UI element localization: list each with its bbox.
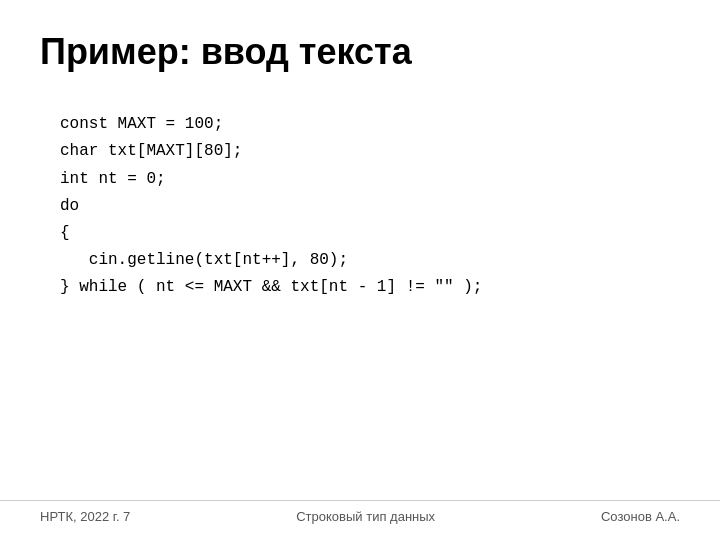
footer-left: НРТК, 2022 г. 7: [40, 509, 130, 524]
code-line-1: const MAXT = 100;: [60, 111, 660, 138]
footer-right: Созонов А.А.: [601, 509, 680, 524]
code-line-2: char txt[MAXT][80];: [60, 138, 660, 165]
code-line-7: } while ( nt <= MAXT && txt[nt - 1] != "…: [60, 274, 660, 301]
footer-center: Строковый тип данных: [296, 509, 435, 524]
code-line-3: int nt = 0;: [60, 166, 660, 193]
code-line-5: {: [60, 220, 660, 247]
footer-right-text: Созонов А.А.: [601, 509, 680, 524]
code-line-6: cin.getline(txt[nt++], 80);: [60, 247, 660, 274]
slide-title: Пример: ввод текста: [40, 30, 680, 73]
footer: НРТК, 2022 г. 7 Строковый тип данных Соз…: [0, 500, 720, 524]
code-block: const MAXT = 100; char txt[MAXT][80]; in…: [40, 101, 680, 311]
code-line-4: do: [60, 193, 660, 220]
footer-center-text: Строковый тип данных: [296, 509, 435, 524]
footer-left-text: НРТК, 2022 г. 7: [40, 509, 130, 524]
slide: Пример: ввод текста const MAXT = 100; ch…: [0, 0, 720, 540]
